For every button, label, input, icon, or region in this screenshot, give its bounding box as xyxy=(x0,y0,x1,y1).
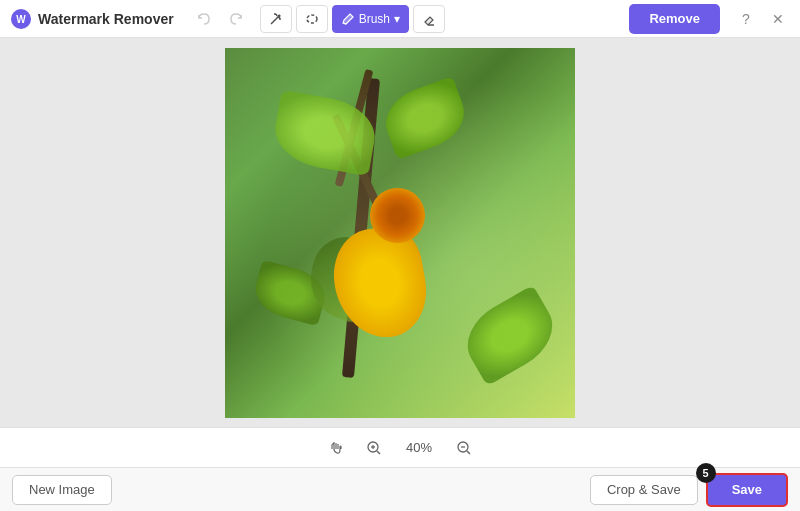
app-logo: W xyxy=(10,8,32,30)
brush-button[interactable]: Brush ▾ xyxy=(332,5,409,33)
toolbar-tools: Brush ▾ xyxy=(260,5,445,33)
zoom-control-bar: 40% xyxy=(0,427,800,467)
crop-save-button[interactable]: Crop & Save xyxy=(590,475,698,505)
zoom-out-button[interactable] xyxy=(451,435,477,461)
magic-wand-button[interactable] xyxy=(260,5,292,33)
window-controls: ? ✕ xyxy=(734,7,790,31)
help-button[interactable]: ? xyxy=(734,7,758,31)
svg-line-9 xyxy=(377,451,380,454)
undo-button[interactable] xyxy=(190,5,218,33)
save-container: 5 Save xyxy=(706,473,788,507)
svg-text:W: W xyxy=(16,14,26,25)
footer: New Image Crop & Save 5 Save xyxy=(0,467,800,511)
footer-right: Crop & Save 5 Save xyxy=(590,473,788,507)
hand-tool-button[interactable] xyxy=(323,435,349,461)
svg-line-12 xyxy=(467,451,470,454)
redo-button[interactable] xyxy=(222,5,250,33)
new-image-button[interactable]: New Image xyxy=(12,475,112,505)
svg-point-2 xyxy=(277,14,280,17)
bird-head xyxy=(370,188,425,243)
close-button[interactable]: ✕ xyxy=(766,7,790,31)
canvas-image[interactable] xyxy=(225,48,575,418)
image-container[interactable] xyxy=(225,48,575,418)
remove-button[interactable]: Remove xyxy=(629,4,720,34)
main-canvas-area xyxy=(0,38,800,427)
svg-point-3 xyxy=(307,15,317,23)
eraser-button[interactable] xyxy=(413,5,445,33)
zoom-level-display: 40% xyxy=(399,440,439,455)
title-bar: W Watermark Remover xyxy=(0,0,800,38)
save-button[interactable]: Save xyxy=(706,473,788,507)
app-title: Watermark Remover xyxy=(38,11,174,27)
lasso-button[interactable] xyxy=(296,5,328,33)
toolbar-undo-redo xyxy=(190,5,250,33)
zoom-in-button[interactable] xyxy=(361,435,387,461)
badge-number: 5 xyxy=(696,463,716,483)
